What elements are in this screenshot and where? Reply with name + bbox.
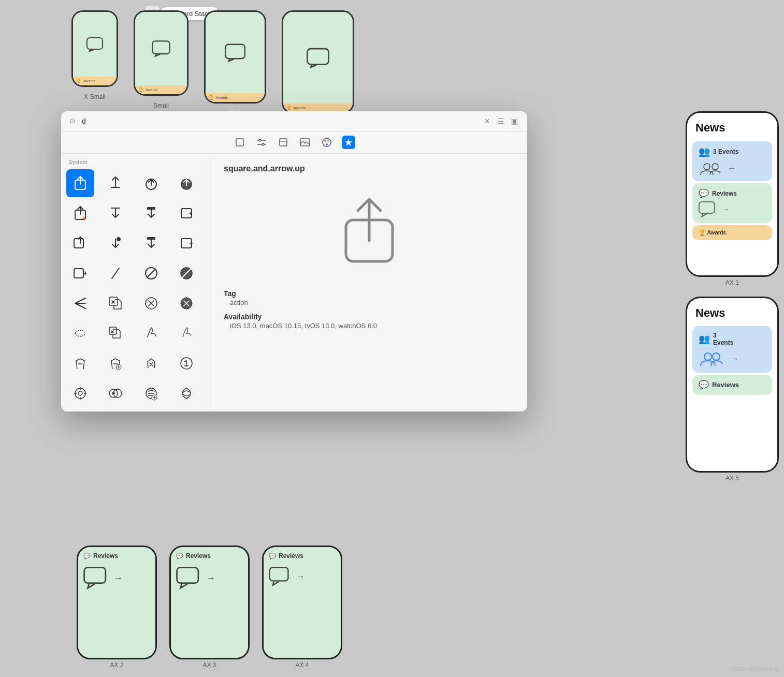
symbol-item[interactable]: [66, 319, 94, 347]
svg-rect-1: [152, 41, 170, 54]
dialog-body: System: [61, 154, 527, 411]
svg-rect-54: [270, 567, 288, 581]
symbol-item[interactable]: [137, 379, 165, 407]
symbol-item[interactable]: [137, 319, 165, 347]
symbol-item[interactable]: [101, 379, 129, 407]
svg-rect-49: [699, 202, 715, 213]
ax2-wrapper: 💬 Reviews → AX 2: [77, 546, 157, 669]
chat-area: [135, 12, 187, 85]
symbol-item[interactable]: [172, 259, 200, 287]
svg-point-51: [713, 353, 720, 360]
reviews-card: 💬 Reviews →: [692, 183, 772, 223]
symbol-item[interactable]: [137, 259, 165, 287]
awards-bar: 🏆Awards: [206, 93, 265, 102]
symbol-item[interactable]: [66, 229, 94, 257]
grid-view-button[interactable]: ▣: [510, 116, 519, 126]
symbol-item[interactable]: [101, 199, 129, 227]
svg-point-15: [326, 143, 328, 145]
phone-frame: 🏆Awards: [282, 10, 354, 114]
phone-screen: 🏆Awards: [283, 12, 353, 112]
phone-frame: 🏆Awards: [204, 10, 266, 104]
arrow-right-icon: →: [721, 205, 730, 214]
arrow-right-icon: →: [730, 354, 739, 364]
chat-icon: 💬: [699, 188, 709, 198]
symbol-item[interactable]: [172, 349, 200, 377]
events-card-ax5: 👥 3Events →: [692, 326, 772, 373]
symbol-item[interactable]: [101, 319, 129, 347]
search-icon: ⊙: [69, 116, 79, 126]
availability-section: Availability iOS 13.0, macOS 10.15, tvOS…: [224, 313, 515, 330]
awards-card: 🏆 Awards: [692, 225, 772, 240]
bottom-phones: 💬 Reviews → AX 2 💬 Reviews: [61, 537, 784, 677]
availability-label: Availability: [224, 313, 515, 321]
symbol-item[interactable]: [101, 289, 129, 317]
symbol-item[interactable]: [66, 259, 94, 287]
reviews-card-ax5: 💬 Reviews: [692, 375, 772, 395]
availability-value: iOS 13.0, macOS 10.15, tvOS 13.0, watchO…: [224, 322, 515, 330]
symbol-name: square.and.arrow.up: [224, 164, 515, 173]
filter-palette-icon[interactable]: [320, 136, 333, 149]
people-large-icon: [699, 160, 723, 176]
svg-point-43: [112, 392, 115, 395]
phone-card-large: 🏆Awards Large: [282, 10, 354, 127]
awards-bar: 🏆Awards: [135, 85, 187, 94]
symbol-item[interactable]: [172, 169, 200, 197]
people-icon: 👥: [699, 333, 710, 345]
symbols-grid: [66, 169, 206, 407]
symbol-picker-dialog: ⊙ d ✕ ☰ ▣: [61, 111, 527, 411]
ax4-label: AX 4: [295, 661, 309, 669]
svg-point-36: [78, 391, 82, 395]
awards-icon: 🏆 Awards: [699, 229, 726, 236]
ax5-phone-frame: News 👥 3Events →: [686, 297, 779, 473]
list-view-button[interactable]: ☰: [496, 116, 505, 126]
chat-icon: 💬: [699, 380, 709, 390]
ax1-wrapper: News 👥 3 Events →: [686, 111, 779, 286]
detail-panel: square.and.arrow.up Tag action Availabil…: [211, 154, 527, 411]
filter-bar: [61, 131, 527, 154]
symbol-item[interactable]: [101, 169, 129, 197]
people-icon: 👥: [699, 146, 710, 157]
filter-image-icon[interactable]: [298, 136, 312, 149]
symbol-item[interactable]: [172, 199, 200, 227]
tag-value: action: [224, 299, 515, 306]
svg-point-8: [262, 143, 264, 145]
symbol-item[interactable]: [172, 229, 200, 257]
dialog-actions: ✕ ☰ ▣: [483, 116, 519, 126]
symbol-item[interactable]: [66, 349, 94, 377]
symbol-item[interactable]: [66, 169, 94, 197]
filter-square-icon[interactable]: [233, 136, 246, 149]
symbol-item[interactable]: [66, 289, 94, 317]
symbol-item[interactable]: [172, 379, 200, 407]
symbol-item[interactable]: [137, 169, 165, 197]
symbol-item[interactable]: [172, 319, 200, 347]
svg-point-48: [712, 164, 718, 170]
svg-rect-53: [177, 567, 198, 583]
close-dialog-button[interactable]: ✕: [483, 116, 492, 126]
search-input[interactable]: d: [82, 117, 478, 125]
right-panels: News 👥 3 Events →: [686, 111, 779, 482]
symbol-item[interactable]: [137, 289, 165, 317]
symbol-item[interactable]: [101, 349, 129, 377]
ax2-label: AX 2: [110, 661, 123, 669]
symbol-item[interactable]: [172, 289, 200, 317]
symbol-item[interactable]: [101, 259, 129, 287]
symbol-item[interactable]: [66, 379, 94, 407]
phone-screen: 🏆Awards: [73, 12, 117, 85]
symbol-item[interactable]: [137, 349, 165, 377]
filter-card-icon[interactable]: [277, 136, 290, 149]
svg-rect-20: [147, 207, 155, 210]
svg-point-23: [117, 237, 121, 241]
symbol-item[interactable]: [101, 229, 129, 257]
chat-icon-ax4: [269, 567, 292, 586]
svg-point-14: [327, 140, 329, 142]
dialog-toolbar: ⊙ d ✕ ☰ ▣: [61, 111, 527, 131]
phone-card-xsmall: 🏆Awards X Small: [71, 10, 118, 100]
ax5-wrapper: News 👥 3Events →: [686, 297, 779, 482]
filter-sliders-icon[interactable]: [255, 136, 268, 149]
symbols-panel[interactable]: System: [61, 154, 211, 411]
filter-star-icon[interactable]: [342, 136, 355, 149]
symbol-item[interactable]: [137, 229, 165, 257]
symbol-item[interactable]: [137, 199, 165, 227]
symbol-item[interactable]: [66, 199, 94, 227]
watermark: CSDN @大熊猫侃侃: [732, 666, 779, 673]
